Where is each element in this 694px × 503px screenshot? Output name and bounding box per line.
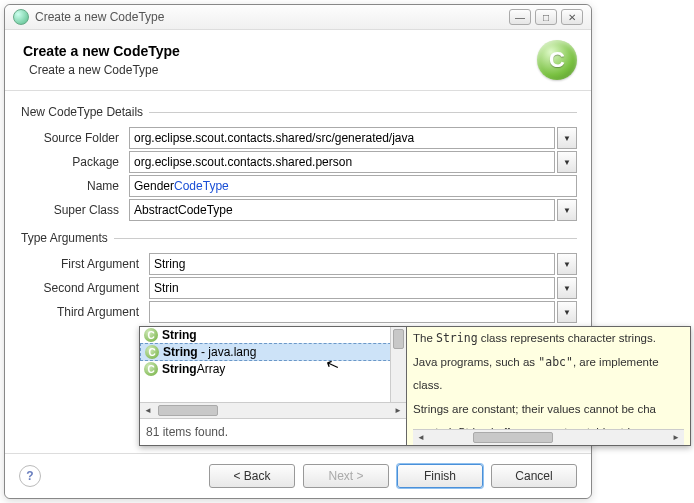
chevron-down-icon: ▼ [563,158,571,167]
label-package: Package [19,155,129,169]
button-bar: ? < Back Next > Finish Cancel [5,453,591,498]
close-icon: ✕ [568,12,576,23]
page-title: Create a new CodeType [23,43,537,59]
proposal-status: 81 items found. [140,418,406,445]
first-argument-input[interactable] [149,253,555,275]
back-button[interactable]: < Back [209,464,295,488]
content-assist-popup: C String C String - java.lang C StringAr… [139,326,691,446]
proposal-item[interactable]: C String [140,327,406,343]
proposal-list[interactable]: C String C String - java.lang C StringAr… [140,327,406,402]
titlebar: Create a new CodeType — □ ✕ [5,5,591,30]
vertical-scrollbar[interactable] [390,327,406,402]
minimize-button[interactable]: — [509,9,531,25]
scroll-right-icon[interactable]: ► [390,403,406,418]
source-folder-input[interactable] [129,127,555,149]
second-argument-browse[interactable]: ▼ [557,277,577,299]
label-third-arg: Third Argument [19,305,149,319]
chevron-down-icon: ▼ [563,260,571,269]
chevron-down-icon: ▼ [563,206,571,215]
scrollbar-thumb[interactable] [158,405,218,416]
maximize-button[interactable]: □ [535,9,557,25]
package-input[interactable] [129,151,555,173]
label-super-class: Super Class [19,203,129,217]
label-first-arg: First Argument [19,257,149,271]
minimize-icon: — [515,12,525,23]
label-source-folder: Source Folder [19,131,129,145]
third-argument-input[interactable] [149,301,555,323]
source-folder-browse[interactable]: ▼ [557,127,577,149]
next-button[interactable]: Next > [303,464,389,488]
label-second-arg: Second Argument [19,281,149,295]
javadoc-text: class. [413,378,684,394]
class-icon: C [144,362,158,376]
proposal-item-selected[interactable]: C String - java.lang [140,343,406,361]
cancel-button[interactable]: Cancel [491,464,577,488]
help-button[interactable]: ? [19,465,41,487]
second-argument-input[interactable] [149,277,555,299]
help-icon: ? [26,469,33,483]
super-class-browse[interactable]: ▼ [557,199,577,221]
proposal-item[interactable]: C StringArray [140,361,406,377]
package-browse[interactable]: ▼ [557,151,577,173]
first-argument-browse[interactable]: ▼ [557,253,577,275]
third-argument-browse[interactable]: ▼ [557,301,577,323]
chevron-down-icon: ▼ [563,134,571,143]
scroll-left-icon[interactable]: ◄ [140,403,156,418]
page-subtitle: Create a new CodeType [23,63,537,77]
proposal-list-panel: C String C String - java.lang C StringAr… [139,326,407,446]
group-typeargs: Type Arguments [21,231,577,245]
scroll-left-icon[interactable]: ◄ [413,430,429,445]
horizontal-scrollbar[interactable]: ◄ ► [413,429,684,445]
label-name: Name [19,179,129,193]
super-class-input[interactable] [129,199,555,221]
wizard-logo-icon: C [537,40,577,80]
wizard-header: Create a new CodeType Create a new CodeT… [5,30,591,91]
scroll-right-icon[interactable]: ► [668,430,684,445]
window-title: Create a new CodeType [35,10,505,24]
maximize-icon: □ [543,12,549,23]
horizontal-scrollbar[interactable]: ◄ ► [140,402,406,418]
chevron-down-icon: ▼ [563,308,571,317]
javadoc-text: Strings are constant; their values canno… [413,402,684,418]
scrollbar-thumb[interactable] [473,432,553,443]
javadoc-text: The String class represents character st… [413,331,684,347]
javadoc-text: Java programs, such as "abc", are implem… [413,355,684,371]
group-details: New CodeType Details [21,105,577,119]
chevron-down-icon: ▼ [563,284,571,293]
name-input[interactable]: GenderCodeType [129,175,577,197]
class-icon: C [144,328,158,342]
finish-button[interactable]: Finish [397,464,483,488]
app-icon [13,9,29,25]
close-button[interactable]: ✕ [561,9,583,25]
javadoc-panel: The String class represents character st… [407,326,691,446]
class-icon: C [145,345,159,359]
scrollbar-thumb[interactable] [393,329,404,349]
